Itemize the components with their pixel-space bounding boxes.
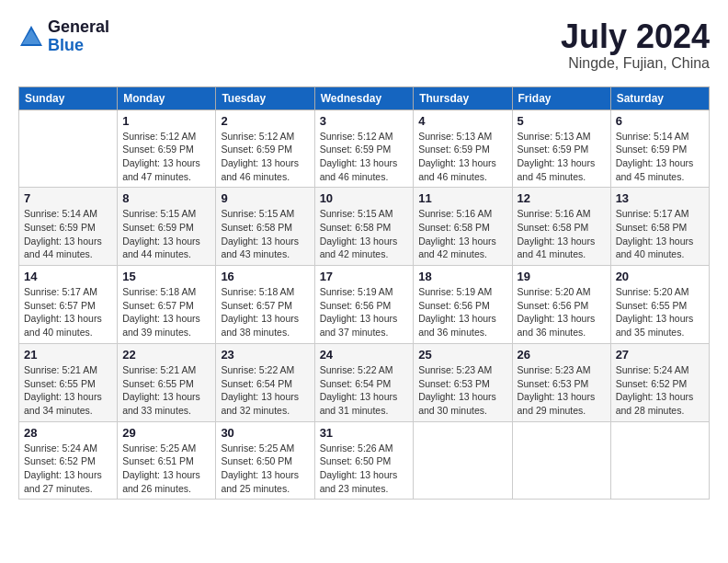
calendar-cell: 14Sunrise: 5:17 AMSunset: 6:57 PMDayligh… <box>19 266 118 344</box>
day-number: 12 <box>518 191 606 205</box>
day-info: Sunrise: 5:20 AMSunset: 6:56 PMDaylight:… <box>518 285 606 339</box>
day-number: 31 <box>320 426 409 440</box>
calendar-cell: 8Sunrise: 5:15 AMSunset: 6:59 PMDaylight… <box>118 188 216 266</box>
day-number: 4 <box>418 114 506 128</box>
calendar-cell: 30Sunrise: 5:25 AMSunset: 6:50 PMDayligh… <box>216 421 314 500</box>
calendar-cell: 15Sunrise: 5:18 AMSunset: 6:57 PMDayligh… <box>118 266 216 344</box>
calendar-cell: 17Sunrise: 5:19 AMSunset: 6:56 PMDayligh… <box>314 266 414 344</box>
day-info: Sunrise: 5:18 AMSunset: 6:57 PMDaylight:… <box>122 285 210 339</box>
day-number: 18 <box>418 270 506 283</box>
day-info: Sunrise: 5:16 AMSunset: 6:58 PMDaylight:… <box>418 207 506 261</box>
day-info: Sunrise: 5:18 AMSunset: 6:57 PMDaylight:… <box>221 285 309 339</box>
calendar-cell: 20Sunrise: 5:20 AMSunset: 6:55 PMDayligh… <box>610 266 709 344</box>
day-number: 16 <box>221 270 309 283</box>
day-info: Sunrise: 5:13 AMSunset: 6:59 PMDaylight:… <box>518 130 606 184</box>
calendar-cell: 19Sunrise: 5:20 AMSunset: 6:56 PMDayligh… <box>512 266 610 344</box>
day-info: Sunrise: 5:25 AMSunset: 6:50 PMDaylight:… <box>221 442 309 496</box>
day-number: 7 <box>24 191 112 205</box>
day-number: 15 <box>122 270 210 283</box>
day-info: Sunrise: 5:19 AMSunset: 6:56 PMDaylight:… <box>418 285 506 339</box>
day-info: Sunrise: 5:17 AMSunset: 6:58 PMDaylight:… <box>616 207 704 261</box>
day-number: 8 <box>122 191 210 205</box>
calendar-week-5: 28Sunrise: 5:24 AMSunset: 6:52 PMDayligh… <box>19 421 710 500</box>
day-info: Sunrise: 5:22 AMSunset: 6:54 PMDaylight:… <box>320 363 409 418</box>
calendar-cell: 16Sunrise: 5:18 AMSunset: 6:57 PMDayligh… <box>216 266 314 344</box>
calendar-week-2: 7Sunrise: 5:14 AMSunset: 6:59 PMDaylight… <box>19 188 710 266</box>
day-number: 11 <box>418 191 506 205</box>
day-info: Sunrise: 5:21 AMSunset: 6:55 PMDaylight:… <box>24 363 112 418</box>
calendar-cell: 1Sunrise: 5:12 AMSunset: 6:59 PMDaylight… <box>118 109 216 188</box>
calendar-cell: 22Sunrise: 5:21 AMSunset: 6:55 PMDayligh… <box>118 343 216 421</box>
calendar-week-4: 21Sunrise: 5:21 AMSunset: 6:55 PMDayligh… <box>19 343 710 421</box>
day-number: 2 <box>221 114 309 128</box>
day-number: 26 <box>518 348 606 362</box>
calendar-cell: 12Sunrise: 5:16 AMSunset: 6:58 PMDayligh… <box>512 188 610 266</box>
svg-marker-1 <box>22 29 40 44</box>
day-number: 25 <box>418 348 506 362</box>
calendar-cell: 5Sunrise: 5:13 AMSunset: 6:59 PMDaylight… <box>512 109 610 188</box>
day-number: 17 <box>320 270 409 283</box>
day-info: Sunrise: 5:15 AMSunset: 6:58 PMDaylight:… <box>320 207 409 261</box>
day-number: 20 <box>616 270 704 283</box>
calendar-cell: 29Sunrise: 5:25 AMSunset: 6:51 PMDayligh… <box>118 421 216 500</box>
month-year-title: July 2024 <box>561 18 710 55</box>
day-info: Sunrise: 5:23 AMSunset: 6:53 PMDaylight:… <box>418 363 506 418</box>
day-number: 1 <box>122 114 210 128</box>
weekday-header-monday: Monday <box>118 86 216 109</box>
day-number: 9 <box>221 191 309 205</box>
day-info: Sunrise: 5:25 AMSunset: 6:51 PMDaylight:… <box>122 442 210 496</box>
calendar-week-3: 14Sunrise: 5:17 AMSunset: 6:57 PMDayligh… <box>19 266 710 344</box>
logo-text: General Blue <box>48 18 109 55</box>
day-info: Sunrise: 5:26 AMSunset: 6:50 PMDaylight:… <box>320 442 409 496</box>
header-row: SundayMondayTuesdayWednesdayThursdayFrid… <box>19 86 710 109</box>
day-info: Sunrise: 5:13 AMSunset: 6:59 PMDaylight:… <box>418 130 506 184</box>
calendar-cell: 25Sunrise: 5:23 AMSunset: 6:53 PMDayligh… <box>414 343 512 421</box>
day-number: 27 <box>616 348 704 362</box>
calendar-cell: 6Sunrise: 5:14 AMSunset: 6:59 PMDaylight… <box>610 109 709 188</box>
day-number: 30 <box>221 426 309 440</box>
logo-general-text: General <box>48 18 109 37</box>
calendar-body: 1Sunrise: 5:12 AMSunset: 6:59 PMDaylight… <box>19 109 710 500</box>
weekday-header-thursday: Thursday <box>414 86 512 109</box>
day-info: Sunrise: 5:15 AMSunset: 6:59 PMDaylight:… <box>122 207 210 261</box>
logo-icon <box>18 24 44 50</box>
calendar-cell: 21Sunrise: 5:21 AMSunset: 6:55 PMDayligh… <box>19 343 118 421</box>
logo-blue-text: Blue <box>48 37 109 55</box>
day-info: Sunrise: 5:21 AMSunset: 6:55 PMDaylight:… <box>122 363 210 418</box>
calendar-week-1: 1Sunrise: 5:12 AMSunset: 6:59 PMDaylight… <box>19 109 710 188</box>
calendar-cell: 11Sunrise: 5:16 AMSunset: 6:58 PMDayligh… <box>414 188 512 266</box>
day-info: Sunrise: 5:24 AMSunset: 6:52 PMDaylight:… <box>24 442 112 496</box>
weekday-header-saturday: Saturday <box>610 86 709 109</box>
title-block: July 2024 Ningde, Fujian, China <box>561 18 710 72</box>
calendar-cell <box>610 421 709 500</box>
logo: General Blue <box>18 18 109 55</box>
calendar-table: SundayMondayTuesdayWednesdayThursdayFrid… <box>18 86 710 500</box>
calendar-cell: 2Sunrise: 5:12 AMSunset: 6:59 PMDaylight… <box>216 109 314 188</box>
day-number: 23 <box>221 348 309 362</box>
weekday-header-friday: Friday <box>512 86 610 109</box>
day-number: 24 <box>320 348 409 362</box>
day-info: Sunrise: 5:17 AMSunset: 6:57 PMDaylight:… <box>24 285 112 339</box>
day-info: Sunrise: 5:20 AMSunset: 6:55 PMDaylight:… <box>616 285 704 339</box>
calendar-cell: 18Sunrise: 5:19 AMSunset: 6:56 PMDayligh… <box>414 266 512 344</box>
calendar-cell: 24Sunrise: 5:22 AMSunset: 6:54 PMDayligh… <box>314 343 414 421</box>
day-info: Sunrise: 5:12 AMSunset: 6:59 PMDaylight:… <box>320 130 409 184</box>
day-number: 3 <box>320 114 409 128</box>
page-header: General Blue July 2024 Ningde, Fujian, C… <box>18 18 710 72</box>
calendar-header: SundayMondayTuesdayWednesdayThursdayFrid… <box>19 86 710 109</box>
day-number: 5 <box>518 114 606 128</box>
weekday-header-tuesday: Tuesday <box>216 86 314 109</box>
calendar-cell: 27Sunrise: 5:24 AMSunset: 6:52 PMDayligh… <box>610 343 709 421</box>
calendar-cell: 28Sunrise: 5:24 AMSunset: 6:52 PMDayligh… <box>19 421 118 500</box>
calendar-cell <box>19 109 118 188</box>
calendar-cell: 3Sunrise: 5:12 AMSunset: 6:59 PMDaylight… <box>314 109 414 188</box>
calendar-cell: 7Sunrise: 5:14 AMSunset: 6:59 PMDaylight… <box>19 188 118 266</box>
calendar-cell <box>512 421 610 500</box>
day-number: 6 <box>616 114 704 128</box>
day-info: Sunrise: 5:23 AMSunset: 6:53 PMDaylight:… <box>518 363 606 418</box>
calendar-cell: 23Sunrise: 5:22 AMSunset: 6:54 PMDayligh… <box>216 343 314 421</box>
day-number: 22 <box>122 348 210 362</box>
calendar-cell: 13Sunrise: 5:17 AMSunset: 6:58 PMDayligh… <box>610 188 709 266</box>
day-number: 29 <box>122 426 210 440</box>
day-info: Sunrise: 5:12 AMSunset: 6:59 PMDaylight:… <box>221 130 309 184</box>
